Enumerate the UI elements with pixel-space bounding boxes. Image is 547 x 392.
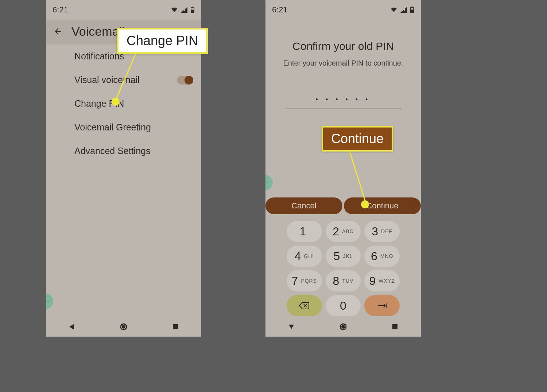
settings-item-voicemail-greeting[interactable]: Voicemail Greeting: [46, 115, 201, 139]
settings-item-label: Advanced Settings: [74, 146, 150, 156]
key-num: 7: [292, 274, 298, 288]
status-icons: [171, 7, 195, 13]
key-num: 2: [333, 225, 339, 238]
confirm-pin-subtitle: Enter your voicemail PIN to continue.: [265, 59, 421, 67]
assistant-bubble-icon[interactable]: ⋯: [265, 175, 273, 190]
status-bar: 6:21: [265, 0, 421, 20]
wifi-icon: [390, 7, 397, 13]
svg-point-5: [122, 325, 125, 329]
phone-confirm-pin: 6:21 Confirm your old PIN Enter your voi…: [265, 0, 421, 337]
key-submit[interactable]: [364, 295, 400, 316]
nav-recents-icon[interactable]: [172, 323, 179, 330]
settings-item-label: Voicemail Greeting: [74, 122, 151, 133]
nav-bar: [265, 317, 421, 337]
annotation-change-pin-callout: Change PIN: [117, 28, 208, 54]
annotation-line: [112, 50, 155, 105]
confirm-pin-title: Confirm your old PIN: [265, 40, 421, 52]
pin-input-underline: [286, 109, 401, 109]
annotation-continue-callout: Continue: [322, 126, 393, 152]
svg-rect-9: [411, 7, 413, 8]
signal-icon: [400, 7, 407, 13]
svg-point-12: [341, 325, 345, 329]
key-9[interactable]: 9WXYZ: [364, 270, 400, 291]
key-num: 4: [294, 250, 301, 263]
status-icons: [390, 7, 414, 13]
key-num: 3: [372, 225, 378, 238]
key-num: 8: [333, 274, 340, 288]
cancel-button-label: Cancel: [291, 201, 316, 211]
cancel-button[interactable]: Cancel: [265, 197, 342, 214]
key-6[interactable]: 6MNO: [364, 246, 400, 267]
key-1[interactable]: 1: [287, 221, 322, 242]
status-time: 6:21: [272, 5, 288, 15]
key-2[interactable]: 2ABC: [326, 221, 361, 242]
svg-line-14: [115, 50, 137, 101]
status-time: 6:21: [53, 5, 68, 15]
key-7[interactable]: 7PQRS: [287, 270, 322, 291]
battery-icon: [190, 7, 195, 13]
key-num: 9: [369, 274, 376, 288]
battery-icon: [410, 7, 414, 13]
svg-rect-7: [404, 7, 405, 11]
key-4[interactable]: 4GHI: [287, 246, 322, 267]
key-sub: MNO: [380, 253, 393, 259]
svg-line-15: [348, 146, 366, 204]
key-sub: WXYZ: [379, 278, 395, 284]
key-sub: PQRS: [301, 278, 317, 284]
pin-input-masked[interactable]: • • • • • •: [265, 96, 421, 103]
backspace-icon: [299, 302, 309, 309]
key-num: 0: [340, 299, 346, 313]
key-sub: TUV: [342, 278, 353, 284]
nav-home-icon[interactable]: [340, 323, 347, 330]
key-sub: ABC: [342, 228, 354, 234]
svg-rect-0: [184, 7, 185, 11]
nav-bar: [46, 317, 201, 337]
key-sub: GHI: [304, 253, 314, 259]
annotation-dot: [112, 98, 120, 106]
key-5[interactable]: 5JKL: [326, 246, 361, 267]
svg-rect-6: [173, 324, 178, 329]
key-backspace[interactable]: [287, 295, 322, 316]
svg-rect-2: [192, 7, 193, 8]
action-row: Cancel Continue: [265, 197, 421, 214]
svg-rect-13: [392, 324, 397, 329]
nav-back-icon[interactable]: [68, 323, 75, 330]
settings-item-advanced-settings[interactable]: Advanced Settings: [46, 139, 201, 163]
key-num: 6: [371, 250, 377, 263]
key-num: 1: [299, 225, 306, 238]
key-num: 5: [334, 250, 340, 263]
submit-icon: [377, 303, 387, 309]
visual-voicemail-toggle[interactable]: [177, 76, 193, 85]
assistant-bubble-icon[interactable]: ⋯: [46, 294, 53, 309]
nav-home-icon[interactable]: [120, 323, 127, 330]
back-icon[interactable]: [53, 27, 63, 36]
keypad: 1 2ABC 3DEF 4GHI 5JKL 6MNO 7PQRS 8TUV 9W…: [265, 218, 421, 316]
key-3[interactable]: 3DEF: [364, 221, 400, 242]
annotation-dot: [361, 200, 369, 208]
status-bar: 6:21: [46, 0, 201, 20]
annotation-line: [346, 146, 376, 208]
key-sub: DEF: [381, 228, 392, 234]
signal-icon: [181, 7, 187, 13]
nav-back-icon[interactable]: [288, 323, 295, 330]
key-0[interactable]: 0: [326, 295, 361, 316]
svg-rect-10: [411, 8, 414, 10]
key-8[interactable]: 8TUV: [326, 270, 361, 291]
key-sub: JKL: [343, 253, 353, 259]
svg-rect-3: [191, 8, 194, 10]
nav-recents-icon[interactable]: [391, 323, 399, 330]
wifi-icon: [171, 7, 178, 13]
